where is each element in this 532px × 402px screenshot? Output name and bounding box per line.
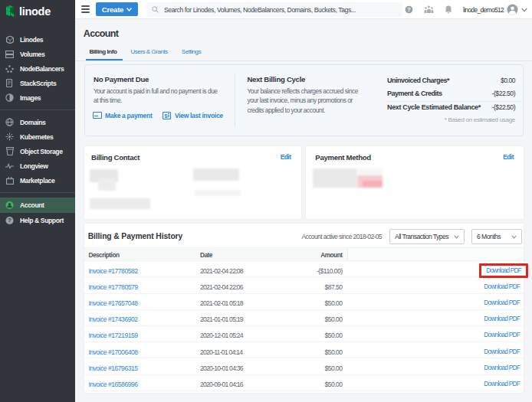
- svg-text:?: ?: [407, 6, 411, 13]
- svg-text:$: $: [165, 113, 168, 119]
- svg-text:?: ?: [8, 217, 11, 224]
